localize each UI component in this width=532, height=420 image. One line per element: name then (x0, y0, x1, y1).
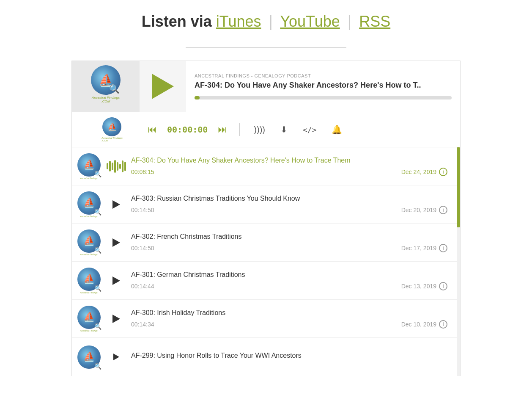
episode-date-wrapper: Dec 24, 2019 i (401, 168, 447, 176)
now-playing-play-button[interactable] (140, 61, 186, 112)
wave-bar (114, 160, 116, 173)
episode-thumbnail: ⛵ 🔍 Ancestral Findings (72, 153, 106, 180)
ep-logo-circle: ⛵ 🔍 (77, 306, 101, 329)
episode-duration: 00:08:15 (131, 169, 154, 175)
play-icon (112, 200, 120, 209)
scrollbar-thumb[interactable] (457, 147, 460, 227)
rss-link[interactable]: RSS (359, 13, 390, 30)
info-icon[interactable]: i (439, 168, 447, 176)
ep-ship-icon: ⛵ (83, 312, 95, 323)
fast-forward-button[interactable]: ⏭ (216, 122, 229, 137)
episode-meta: 00:14:34 Dec 10, 2019 i (131, 320, 447, 329)
episode-date: Dec 13, 2019 (401, 283, 436, 290)
download-button[interactable]: ⬇ (277, 123, 291, 136)
episode-meta: 00:14:50 Dec 17, 2019 i (131, 244, 447, 252)
episode-content: AF-301: German Christmas Traditions 00:1… (127, 271, 452, 290)
episode-title: AF-303: Russian Christmas Traditions You… (131, 194, 447, 203)
episode-waveform (106, 160, 127, 173)
episode-date-wrapper: Dec 13, 2019 i (401, 282, 447, 290)
info-icon[interactable]: i (439, 206, 447, 214)
episode-date: Dec 10, 2019 (401, 321, 436, 328)
episode-play-button[interactable] (106, 200, 127, 209)
episode-play-button[interactable] (106, 354, 127, 360)
list-item: ⛵ 🔍 Ancestral Findings AF-303: Russian C… (72, 185, 460, 224)
episode-date-wrapper: Dec 17, 2019 i (401, 244, 447, 252)
progress-bar-container[interactable] (195, 96, 452, 99)
share-button[interactable]: 🔔 (328, 123, 346, 136)
episode-title: AF-301: German Christmas Traditions (131, 271, 447, 279)
episode-play-button[interactable] (106, 315, 127, 323)
rewind-button[interactable]: ⏮ (146, 122, 159, 137)
episode-play-button[interactable] (106, 276, 127, 285)
ep-ship-icon: ⛵ (83, 351, 95, 362)
play-icon (112, 238, 120, 247)
ep-logo-circle: ⛵ 🔍 (77, 229, 101, 253)
embed-button[interactable]: </> (299, 124, 320, 136)
share-icon: 🔔 (332, 124, 342, 135)
list-item: ⛵ 🔍 AF-299: Using Honor Rolls to Trace Y… (72, 338, 460, 376)
list-item: ⛵ 🔍 Ancestral Findings AF-302: French Ch… (72, 224, 460, 262)
controls-logo: ⛵ Ancestral Findings.COM (78, 117, 146, 142)
wave-bar (107, 163, 108, 169)
ep-magnify-icon: 🔍 (94, 363, 101, 370)
play-icon (112, 276, 120, 285)
logo-circle: ⛵ 🔍 (91, 65, 121, 95)
small-logo-text: Ancestral Findings.COM (101, 137, 122, 142)
info-icon[interactable]: i (439, 282, 447, 290)
separator-1: | (269, 13, 273, 30)
episode-content: AF-300: Irish Holiday Traditions 00:14:3… (127, 309, 452, 329)
ep-magnify-icon: 🔍 (94, 285, 101, 292)
episode-duration: 00:14:44 (131, 283, 154, 290)
list-item: ⛵ 🔍 Ancestral Findings AF-300: Irish Hol… (72, 300, 460, 338)
episode-date-wrapper: Dec 10, 2019 i (401, 320, 447, 329)
page-wrapper: Listen via iTunes | YouTube | RSS ⛵ 🔍 (0, 0, 532, 376)
logo-text: Ancestral Findings.COM (92, 96, 120, 103)
player-container: ⛵ 🔍 Ancestral Findings.COM ANCESTRAL FIN… (55, 61, 477, 376)
header-section: Listen via iTunes | YouTube | RSS (0, 0, 532, 39)
ep-logo-circle: ⛵ 🔍 (77, 191, 101, 215)
now-playing-title: AF-304: Do You Have Any Shaker Ancestors… (195, 81, 452, 90)
episode-content: AF-299: Using Honor Rolls to Trace Your … (127, 351, 452, 363)
info-icon[interactable]: i (439, 320, 447, 329)
progress-bar-fill (195, 96, 200, 99)
episode-play-button[interactable] (106, 238, 127, 247)
listen-via-label: Listen via (142, 13, 212, 30)
ep-ship-icon: ⛵ (83, 159, 95, 170)
episode-title: AF-299: Using Honor Rolls to Trace Your … (131, 351, 447, 360)
episode-date: Dec 20, 2019 (401, 207, 436, 213)
ep-ship-icon: ⛵ (83, 235, 95, 246)
ep-magnify-icon: 🔍 (94, 171, 101, 177)
episode-title: AF-302: French Christmas Traditions (131, 232, 447, 241)
episode-thumbnail: ⛵ 🔍 Ancestral Findings (72, 229, 106, 256)
youtube-link[interactable]: YouTube (280, 13, 340, 30)
rss-icon: )))) (254, 125, 265, 135)
wave-bar (117, 162, 118, 171)
info-icon[interactable]: i (439, 244, 447, 252)
ep-logo-circle: ⛵ 🔍 (77, 268, 101, 291)
ep-logo-circle: ⛵ 🔍 (77, 345, 101, 369)
controls-divider (239, 123, 240, 136)
ep-magnify-icon: 🔍 (94, 323, 101, 330)
rss-button[interactable]: )))) (250, 123, 269, 136)
ep-magnify-icon: 🔍 (94, 209, 101, 216)
wave-bar (119, 164, 121, 169)
episode-duration: 00:14:34 (131, 321, 154, 328)
logo-magnify-icon: 🔍 (109, 84, 120, 94)
ep-logo-circle: ⛵ 🔍 (77, 153, 101, 177)
now-playing-info: ANCESTRAL FINDINGS - GENEALOGY PODCAST A… (186, 61, 460, 112)
small-ship-icon: ⛵ (107, 122, 117, 132)
episode-meta: 00:08:15 Dec 24, 2019 i (131, 168, 447, 176)
episode-date-wrapper: Dec 20, 2019 i (401, 206, 447, 214)
play-icon (113, 354, 119, 360)
scrollbar-track[interactable] (457, 147, 460, 376)
wave-bar (122, 160, 123, 172)
episode-thumbnail: ⛵ 🔍 Ancestral Findings (72, 306, 106, 332)
episode-content: AF-304: Do You Have Any Shaker Ancestors… (127, 156, 452, 176)
time-display: 00:00:00 (167, 124, 208, 135)
now-playing-card: ⛵ 🔍 Ancestral Findings.COM ANCESTRAL FIN… (71, 61, 461, 112)
episode-date: Dec 24, 2019 (401, 169, 436, 175)
itunes-link[interactable]: iTunes (216, 13, 261, 30)
rewind-icon: ⏮ (148, 124, 157, 135)
episode-thumbnail: ⛵ 🔍 Ancestral Findings (72, 191, 106, 218)
episode-content: AF-302: French Christmas Traditions 00:1… (127, 232, 452, 252)
